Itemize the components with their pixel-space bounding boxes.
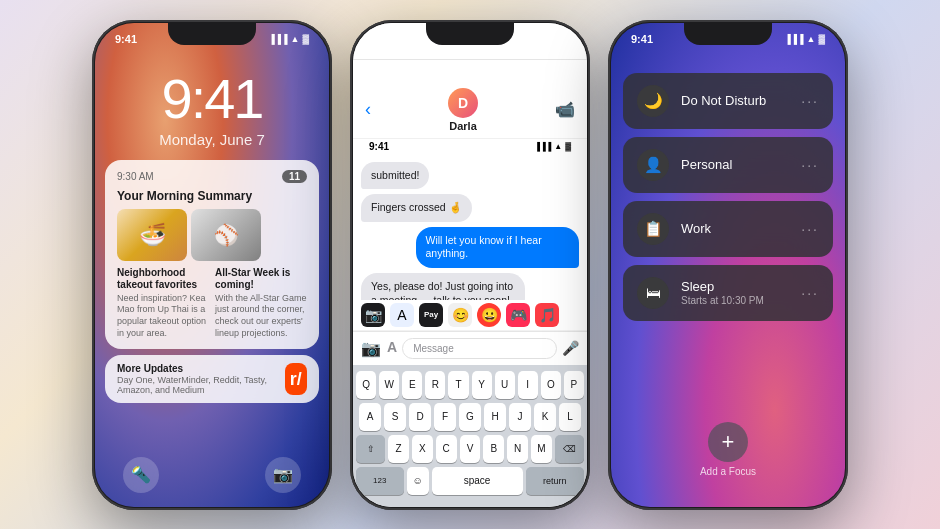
- focus-item-work[interactable]: 📋 Work ···: [623, 201, 833, 257]
- notif-time: 9:30 AM: [117, 171, 154, 182]
- keyboard[interactable]: Q W E R T Y U I O P A S D: [353, 365, 587, 507]
- msg-bubble-received-2: Fingers crossed 🤞: [361, 194, 472, 222]
- key-v[interactable]: V: [460, 435, 481, 463]
- messages-body: submitted! Fingers crossed 🤞 Will let yo…: [353, 154, 587, 300]
- key-shift[interactable]: ⇧: [356, 435, 385, 463]
- video-call-icon[interactable]: 📹: [555, 100, 575, 119]
- dnd-name: Do Not Disturb: [681, 93, 789, 108]
- key-a[interactable]: A: [359, 403, 381, 431]
- sleep-icon: 🛏: [637, 277, 669, 309]
- camera-strip-icon[interactable]: 📷: [361, 303, 385, 327]
- more-updates-title: More Updates: [117, 363, 285, 374]
- personal-label: Personal: [681, 157, 789, 172]
- focus-battery-icon: ▓: [818, 34, 825, 44]
- more-updates-card[interactable]: More Updates Day One, WaterMinder, Reddi…: [105, 355, 319, 403]
- key-w[interactable]: W: [379, 371, 399, 399]
- back-arrow-icon[interactable]: ‹: [365, 99, 371, 120]
- keyboard-row-3: ⇧ Z X C V B N M ⌫: [356, 435, 584, 463]
- msg-status-time: 9:41: [369, 141, 389, 152]
- notif-article-1: Neighborhood takeout favorites Need insp…: [117, 267, 209, 340]
- personal-name: Personal: [681, 157, 789, 172]
- key-k[interactable]: K: [534, 403, 556, 431]
- add-focus-area[interactable]: + Add a Focus: [611, 422, 845, 477]
- notif-image-food: 🍜: [117, 209, 187, 261]
- notif-badge: 11: [282, 170, 307, 183]
- key-u[interactable]: U: [495, 371, 515, 399]
- camera-icon[interactable]: 📷: [265, 457, 301, 493]
- key-i[interactable]: I: [518, 371, 538, 399]
- focus-item-dnd[interactable]: 🌙 Do Not Disturb ···: [623, 73, 833, 129]
- add-focus-label: Add a Focus: [700, 466, 756, 477]
- key-t[interactable]: T: [448, 371, 468, 399]
- notch-1: [168, 23, 256, 45]
- lock-bottom-bar: 🔦 📷: [95, 457, 329, 493]
- notification-card[interactable]: 9:30 AM 11 Your Morning Summary 🍜 ⚾ Neig…: [105, 160, 319, 350]
- key-emoji[interactable]: ☺: [407, 467, 429, 495]
- personal-more-icon[interactable]: ···: [801, 157, 819, 173]
- key-o[interactable]: O: [541, 371, 561, 399]
- flashlight-icon[interactable]: 🔦: [123, 457, 159, 493]
- phone-3-focus: 9:41 ▐▐▐ ▲ ▓ 🌙 Do Not Disturb ···: [608, 20, 848, 510]
- key-return[interactable]: return: [526, 467, 584, 495]
- contact-info[interactable]: D Darla: [448, 88, 478, 132]
- work-more-icon[interactable]: ···: [801, 221, 819, 237]
- add-focus-button[interactable]: + Add a Focus: [700, 422, 756, 477]
- sleep-label: Sleep Starts at 10:30 PM: [681, 279, 789, 306]
- work-icon: 📋: [637, 213, 669, 245]
- focus-wifi-icon: ▲: [807, 34, 816, 44]
- sleep-more-icon[interactable]: ···: [801, 285, 819, 301]
- key-p[interactable]: P: [564, 371, 584, 399]
- key-c[interactable]: C: [436, 435, 457, 463]
- key-n[interactable]: N: [507, 435, 528, 463]
- focus-item-personal[interactable]: 👤 Personal ···: [623, 137, 833, 193]
- key-z[interactable]: Z: [388, 435, 409, 463]
- key-g[interactable]: G: [459, 403, 481, 431]
- focus-item-sleep[interactable]: 🛏 Sleep Starts at 10:30 PM ···: [623, 265, 833, 321]
- msg-wifi-icon: ▲: [554, 142, 562, 151]
- game-strip-icon[interactable]: 🎮: [506, 303, 530, 327]
- key-l[interactable]: L: [559, 403, 581, 431]
- key-x[interactable]: X: [412, 435, 433, 463]
- key-j[interactable]: J: [509, 403, 531, 431]
- work-name: Work: [681, 221, 789, 236]
- camera-input-icon[interactable]: 📷: [361, 339, 381, 358]
- lock-time-number: 9:41: [95, 71, 329, 127]
- applepay-strip-icon[interactable]: Pay: [419, 303, 443, 327]
- appstore-input-icon[interactable]: A: [387, 339, 397, 358]
- memoji-strip-icon[interactable]: 😀: [477, 303, 501, 327]
- message-input-area: 📷 A Message 🎤: [353, 331, 587, 365]
- msg-signal-icon: ▐▐▐: [534, 142, 551, 151]
- key-m[interactable]: M: [531, 435, 552, 463]
- key-delete[interactable]: ⌫: [555, 435, 584, 463]
- battery-icon: ▓: [302, 34, 309, 44]
- sleep-name: Sleep: [681, 279, 789, 294]
- stickers-strip-icon[interactable]: 😊: [448, 303, 472, 327]
- focus-mode-list: 🌙 Do Not Disturb ··· 👤 Personal ···: [611, 23, 845, 321]
- add-focus-plus-icon[interactable]: +: [708, 422, 748, 462]
- msg-bubble-received-3: Yes, please do! Just going into a meetin…: [361, 273, 525, 299]
- sleep-sublabel: Starts at 10:30 PM: [681, 295, 789, 306]
- dnd-more-icon[interactable]: ···: [801, 93, 819, 109]
- music-strip-icon[interactable]: 🎵: [535, 303, 559, 327]
- key-d[interactable]: D: [409, 403, 431, 431]
- key-space[interactable]: space: [432, 467, 523, 495]
- key-h[interactable]: H: [484, 403, 506, 431]
- phone-2-messages: ‹ D Darla 📹 9:41 ▐▐▐ ▲ ▓: [350, 20, 590, 510]
- key-s[interactable]: S: [384, 403, 406, 431]
- status-time-1: 9:41: [115, 33, 137, 45]
- message-input[interactable]: Message: [402, 338, 557, 359]
- key-b[interactable]: B: [483, 435, 504, 463]
- audio-input-icon[interactable]: 🎤: [562, 340, 579, 356]
- key-numbers[interactable]: 123: [356, 467, 404, 495]
- key-f[interactable]: F: [434, 403, 456, 431]
- key-q[interactable]: Q: [356, 371, 376, 399]
- msg-bubble-received-1: submitted!: [361, 162, 429, 190]
- key-e[interactable]: E: [402, 371, 422, 399]
- notif-image-sport: ⚾: [191, 209, 261, 261]
- appstore-strip-icon[interactable]: A: [390, 303, 414, 327]
- key-r[interactable]: R: [425, 371, 445, 399]
- key-y[interactable]: Y: [472, 371, 492, 399]
- msg-battery-icon: ▓: [565, 142, 571, 151]
- wifi-icon: ▲: [291, 34, 300, 44]
- more-updates-desc: Day One, WaterMinder, Reddit, Tasty, Ama…: [117, 375, 285, 395]
